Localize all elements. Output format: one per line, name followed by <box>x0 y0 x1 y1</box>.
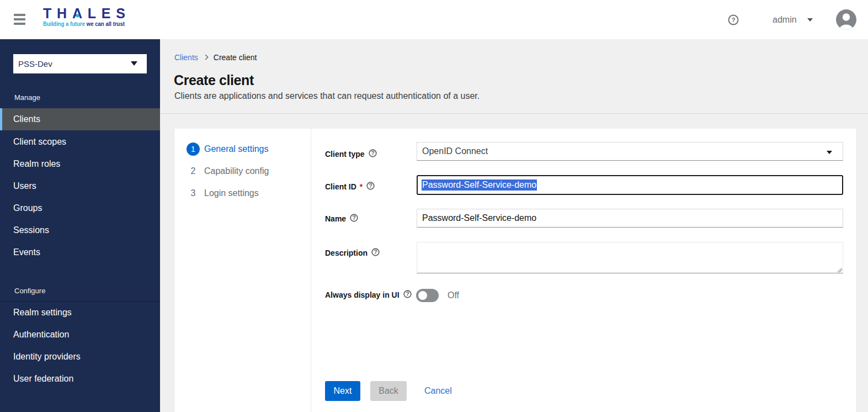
svg-text:?: ? <box>371 150 374 156</box>
svg-text:?: ? <box>353 215 356 221</box>
svg-text:?: ? <box>406 291 409 297</box>
svg-text:THALES: THALES <box>43 7 125 21</box>
svg-text:?: ? <box>732 17 736 23</box>
svg-text:?: ? <box>374 249 377 255</box>
svg-text:Building a future we can all t: Building a future we can all trust <box>43 21 125 27</box>
svg-text:?: ? <box>369 183 372 189</box>
